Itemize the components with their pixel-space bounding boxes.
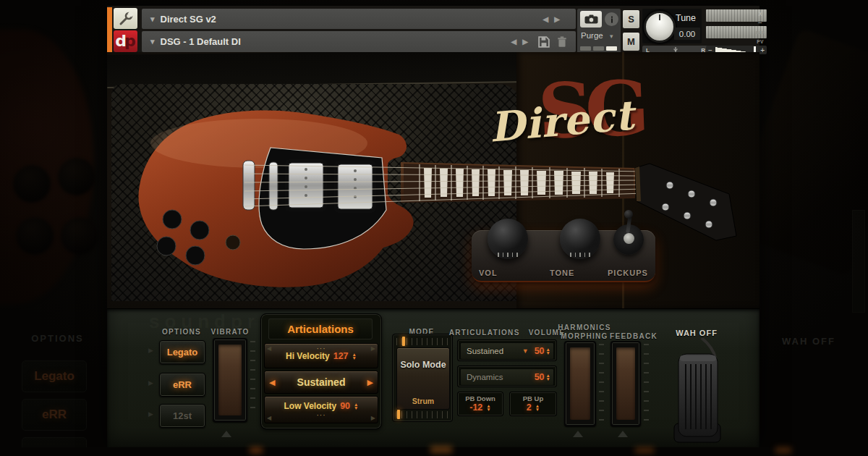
harmonics-slider-fill	[570, 347, 590, 420]
instrument-scene: SG Direct	[107, 52, 760, 308]
row-value[interactable]: 50	[535, 372, 545, 382]
next-icon[interactable]: ▶	[522, 38, 534, 46]
stepper-icon[interactable]: ▲▼	[546, 373, 550, 381]
next-row-right-icon[interactable]: ▶	[371, 415, 375, 421]
pb-up-box[interactable]: PB Up 2 ▲▼	[509, 392, 557, 416]
stepper-icon[interactable]: ▲▼	[546, 347, 550, 355]
multi-header-row[interactable]: ▾ Direct SG v2 ◀▶	[142, 9, 576, 29]
pb-down-box[interactable]: PB Down -12 ▲▼	[457, 392, 503, 416]
artic-volume-row-sustained[interactable]: Sustained ▼ 50 ▲▼	[457, 339, 557, 361]
solo-label: S	[628, 14, 634, 25]
harmonics-expand-arrow[interactable]	[573, 431, 583, 437]
mode-bottom-marker[interactable]	[397, 410, 400, 419]
screenshot-stage: OPTIONS Legato eRR 12st WAH OFF d p ▾ Di…	[0, 0, 868, 456]
prev-row-right-icon[interactable]: ▶	[371, 345, 375, 352]
info-icon	[608, 16, 616, 23]
tune-knob[interactable]	[644, 11, 676, 43]
minimize-button[interactable]: −	[754, 18, 767, 28]
stepper-icon[interactable]: ▲▼	[352, 352, 357, 360]
next-icon[interactable]: ▶	[554, 15, 566, 23]
harmonics-ticks	[599, 344, 604, 421]
pb-down-value[interactable]: -12	[469, 402, 482, 413]
trash-icon[interactable]	[557, 36, 567, 48]
feedback-expand-arrow[interactable]	[618, 431, 628, 437]
tone-knob[interactable]	[560, 219, 600, 259]
stepper-icon[interactable]: ▲▼	[535, 404, 540, 412]
info-button[interactable]	[605, 12, 618, 26]
harmonics-label-1: HARMONICS	[552, 324, 617, 332]
next-articulation-value[interactable]: 90	[340, 401, 350, 411]
chevron-down-icon[interactable]: ▾	[150, 14, 155, 24]
articulation-prev-arrow-icon[interactable]: ◀	[269, 371, 275, 393]
articulation-prev-row[interactable]: ◀ ▶ ··· Hi Velocity 127 ▲▼	[264, 343, 378, 368]
err-button[interactable]: eRR	[159, 373, 205, 397]
vibrato-expand-arrow[interactable]	[221, 431, 231, 437]
vibrato-label: VIBRATO	[205, 328, 255, 336]
chevron-down-icon[interactable]: ▾	[150, 37, 155, 46]
pb-up-value[interactable]: 2	[527, 402, 532, 413]
harmonics-morphing-slider[interactable]	[564, 341, 596, 426]
feedback-slider[interactable]	[610, 341, 641, 426]
options-side-arrow-icon: ▶	[148, 347, 153, 354]
instrument-nav-arrows[interactable]: ◀▶	[511, 38, 534, 46]
vibrato-ticks	[250, 341, 255, 416]
next-articulation-name: Low Velocity	[284, 401, 336, 411]
memory-led	[580, 46, 591, 51]
12st-button[interactable]: 12st	[159, 404, 205, 428]
instrument-header-row[interactable]: ▾ DSG - 1 Default DI ◀▶	[142, 31, 576, 52]
mode-top-marker[interactable]	[402, 337, 405, 346]
dropdown-icon[interactable]: ▼	[522, 347, 529, 355]
strum-label: Strum	[397, 397, 449, 405]
save-icon[interactable]	[538, 36, 550, 48]
vibrato-slider[interactable]	[213, 338, 247, 422]
mute-button[interactable]: M	[623, 33, 639, 51]
wrench-tools-button[interactable]	[114, 8, 137, 29]
vol-knob[interactable]	[488, 219, 528, 259]
pickups-toggle[interactable]	[613, 224, 644, 255]
stepper-icon[interactable]: ▲▼	[486, 404, 490, 412]
solo-button[interactable]: S	[623, 10, 639, 28]
artic-volume-label-col1: ARTICULATIONS	[449, 329, 520, 337]
background-glow	[430, 446, 452, 453]
articulations-title: Articulations	[268, 318, 373, 339]
tune-value[interactable]: 0.00	[674, 28, 700, 40]
purge-dropdown[interactable]: Purge ▾	[581, 31, 613, 40]
articulation-next-arrow-icon[interactable]: ▶	[367, 371, 373, 393]
vol-label: VOL	[479, 269, 498, 277]
legato-button[interactable]: Legato	[159, 340, 205, 364]
pv-button[interactable]: PV	[754, 37, 767, 46]
background-glow	[635, 447, 654, 453]
mode-bottom-ticks[interactable]	[396, 411, 448, 418]
prev-icon[interactable]: ◀	[511, 38, 523, 46]
snapshot-camera-button[interactable]	[580, 11, 602, 28]
sg-guitar-image	[129, 93, 760, 303]
articulations-block: Articulations ◀ ▶ ··· Hi Velocity 127 ▲▼…	[260, 313, 382, 429]
control-panel: soundprops OPTIONS ▶ ▶ ▶ Legato eRR 12st…	[107, 308, 760, 448]
instrument-title: DSG - 1 Default DI	[161, 36, 241, 47]
prev-articulation-value[interactable]: 127	[333, 351, 349, 361]
articulation-current-row[interactable]: ◀ ▶ Sustained	[264, 371, 378, 394]
prev-row-left-icon[interactable]: ◀	[267, 345, 271, 352]
tune-label: Tune	[676, 13, 696, 23]
options-side-arrow-icon: ▶	[148, 410, 153, 418]
mode-top-ticks[interactable]	[396, 338, 448, 345]
mode-display[interactable]: Solo Mode Strum	[396, 347, 450, 410]
close-button[interactable]: x	[754, 9, 767, 18]
artic-volume-row-dynamics[interactable]: Dynamics 50 ▲▼	[457, 366, 557, 387]
chevron-down-icon[interactable]: ▾	[610, 33, 613, 40]
feedback-ticks	[644, 344, 649, 421]
next-row-left-icon[interactable]: ◀	[267, 415, 271, 421]
feedback-label: FEEDBACK	[606, 332, 661, 340]
wah-pedal[interactable]	[664, 338, 729, 447]
accent-stripe	[107, 7, 112, 52]
stepper-icon[interactable]: ▲▼	[354, 402, 358, 410]
aux-button[interactable]: aux	[754, 28, 767, 37]
prev-icon[interactable]: ◀	[543, 15, 555, 23]
multi-title: Direct SG v2	[161, 14, 216, 25]
mode-box: Solo Mode Strum	[392, 334, 453, 422]
row-value[interactable]: 50	[535, 346, 545, 356]
options-label: OPTIONS	[158, 328, 205, 336]
articulation-next-row[interactable]: ◀ ▶ Low Velocity 90 ▲▼ ···	[264, 396, 378, 423]
purge-block: Purge ▾	[577, 9, 621, 54]
multi-nav-arrows[interactable]: ◀▶	[543, 15, 566, 23]
